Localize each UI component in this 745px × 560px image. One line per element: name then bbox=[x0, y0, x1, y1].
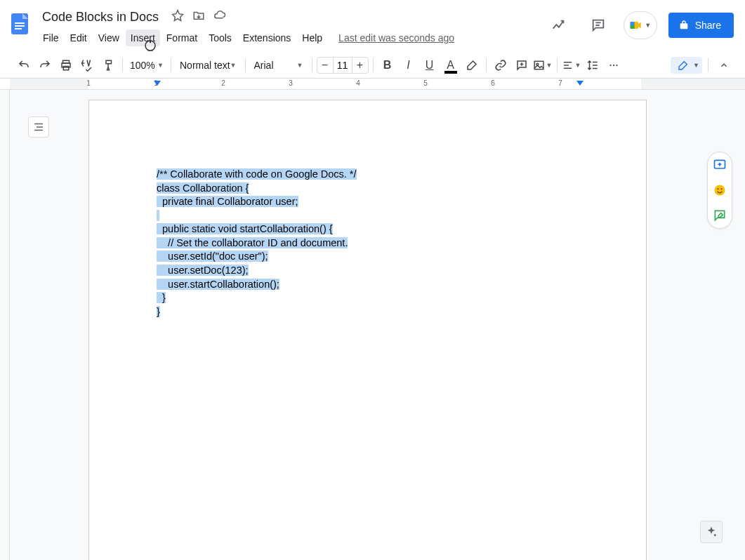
last-edit-link[interactable]: Last edit was seconds ago bbox=[338, 32, 454, 44]
horizontal-ruler[interactable]: 1 1 2 3 4 5 6 7 bbox=[0, 79, 745, 90]
explore-button[interactable] bbox=[700, 521, 723, 543]
chevron-down-icon: ▼ bbox=[645, 22, 651, 29]
font-size-value[interactable]: 11 bbox=[333, 58, 352, 73]
align-button[interactable]: ▼ bbox=[562, 55, 581, 75]
doc-title[interactable]: Code Blocks in Docs bbox=[38, 8, 163, 26]
code-line[interactable]: user.setDoc(123); bbox=[157, 264, 579, 278]
menu-edit[interactable]: Edit bbox=[65, 29, 92, 46]
star-icon[interactable] bbox=[171, 9, 184, 25]
editing-mode-button[interactable]: ▼ bbox=[671, 57, 702, 74]
font-size-control: − 11 + bbox=[317, 57, 369, 74]
print-button[interactable] bbox=[56, 55, 76, 75]
document-outline-button[interactable] bbox=[28, 116, 49, 138]
share-label: Share bbox=[695, 20, 721, 31]
svg-rect-1 bbox=[15, 22, 25, 24]
vertical-ruler[interactable] bbox=[0, 90, 10, 560]
left-indent-marker[interactable] bbox=[153, 80, 161, 88]
text-color-button[interactable]: A bbox=[441, 55, 461, 75]
code-line[interactable]: public static void startCollaboration() … bbox=[157, 222, 579, 236]
separator bbox=[171, 58, 171, 72]
svg-point-23 bbox=[609, 64, 611, 65]
svg-rect-8 bbox=[631, 25, 635, 29]
italic-button[interactable]: I bbox=[399, 55, 418, 75]
svg-point-32 bbox=[715, 185, 725, 196]
menu-extensions[interactable]: Extensions bbox=[238, 29, 296, 46]
undo-button[interactable] bbox=[14, 55, 34, 75]
svg-rect-7 bbox=[631, 22, 635, 25]
separator bbox=[245, 58, 246, 72]
suggest-edit-icon[interactable] bbox=[711, 207, 728, 224]
code-line[interactable]: // Set the collaborator ID and document. bbox=[157, 236, 579, 251]
hide-menus-button[interactable] bbox=[714, 55, 734, 75]
floating-comment-toolbar bbox=[707, 152, 732, 229]
code-line[interactable]: class Collaboration { bbox=[157, 182, 579, 196]
svg-point-33 bbox=[718, 188, 719, 189]
highlight-button[interactable] bbox=[462, 55, 482, 75]
code-line[interactable]: } bbox=[157, 291, 579, 305]
activity-icon[interactable] bbox=[545, 11, 573, 39]
menu-file[interactable]: File bbox=[38, 29, 64, 46]
spellcheck-button[interactable] bbox=[77, 55, 97, 75]
mouse-cursor-icon bbox=[143, 39, 157, 55]
svg-point-25 bbox=[616, 64, 617, 65]
code-line[interactable]: } bbox=[157, 305, 579, 319]
document-page[interactable]: /** Collaborate with code on Google Docs… bbox=[88, 100, 647, 560]
comments-icon[interactable] bbox=[584, 11, 612, 39]
line-spacing-button[interactable] bbox=[583, 55, 602, 75]
separator bbox=[486, 58, 487, 72]
chevron-down-icon: ▼ bbox=[230, 62, 237, 69]
bold-button[interactable]: B bbox=[378, 55, 397, 75]
code-line[interactable] bbox=[157, 209, 579, 223]
svg-rect-15 bbox=[534, 61, 543, 69]
emoji-reaction-icon[interactable] bbox=[711, 182, 728, 199]
svg-point-24 bbox=[612, 64, 614, 65]
cloud-status-icon[interactable] bbox=[213, 9, 226, 25]
code-line[interactable]: user.startCollaboration(); bbox=[157, 278, 579, 292]
code-line[interactable]: private final Collaborator user; bbox=[157, 195, 579, 209]
separator bbox=[373, 58, 374, 72]
insert-link-button[interactable] bbox=[491, 55, 510, 75]
chevron-down-icon: ▼ bbox=[575, 62, 581, 69]
menu-tools[interactable]: Tools bbox=[204, 29, 237, 46]
toolbar: 100%▼ Normal text▼ Arial▼ − 11 + B I U A… bbox=[0, 52, 745, 79]
separator bbox=[708, 58, 708, 72]
paint-format-button[interactable] bbox=[98, 55, 118, 75]
docs-logo[interactable] bbox=[6, 10, 34, 38]
font-dropdown[interactable]: Arial▼ bbox=[250, 60, 308, 71]
svg-rect-9 bbox=[635, 22, 638, 29]
right-indent-marker[interactable] bbox=[576, 80, 584, 88]
menu-format[interactable]: Format bbox=[161, 29, 202, 46]
more-button[interactable] bbox=[604, 55, 624, 75]
font-size-increase[interactable]: + bbox=[352, 58, 368, 73]
insert-image-button[interactable]: ▼ bbox=[533, 55, 553, 75]
paragraph-style-dropdown[interactable]: Normal text▼ bbox=[176, 60, 241, 71]
add-comment-button[interactable] bbox=[512, 55, 532, 75]
meet-button[interactable]: ▼ bbox=[624, 11, 657, 39]
code-line[interactable]: user.setId("doc user"); bbox=[157, 250, 579, 264]
chevron-down-icon: ▼ bbox=[297, 62, 303, 69]
share-button[interactable]: Share bbox=[668, 13, 734, 38]
move-icon[interactable] bbox=[192, 9, 205, 25]
svg-point-34 bbox=[721, 188, 723, 189]
separator bbox=[557, 58, 558, 72]
svg-rect-36 bbox=[150, 40, 151, 43]
menu-help[interactable]: Help bbox=[297, 29, 327, 46]
redo-button[interactable] bbox=[35, 55, 55, 75]
chevron-down-icon: ▼ bbox=[693, 62, 699, 69]
separator bbox=[312, 58, 312, 72]
zoom-dropdown[interactable]: 100%▼ bbox=[127, 60, 166, 71]
svg-rect-2 bbox=[15, 25, 25, 27]
underline-button[interactable]: U bbox=[420, 55, 440, 75]
chevron-down-icon: ▼ bbox=[546, 62, 553, 69]
separator bbox=[122, 58, 123, 72]
add-comment-icon[interactable] bbox=[711, 156, 728, 173]
font-size-decrease[interactable]: − bbox=[317, 58, 333, 73]
chevron-down-icon: ▼ bbox=[157, 62, 164, 69]
menu-view[interactable]: View bbox=[93, 29, 124, 46]
code-line[interactable]: /** Collaborate with code on Google Docs… bbox=[157, 168, 579, 182]
svg-rect-3 bbox=[15, 28, 22, 29]
